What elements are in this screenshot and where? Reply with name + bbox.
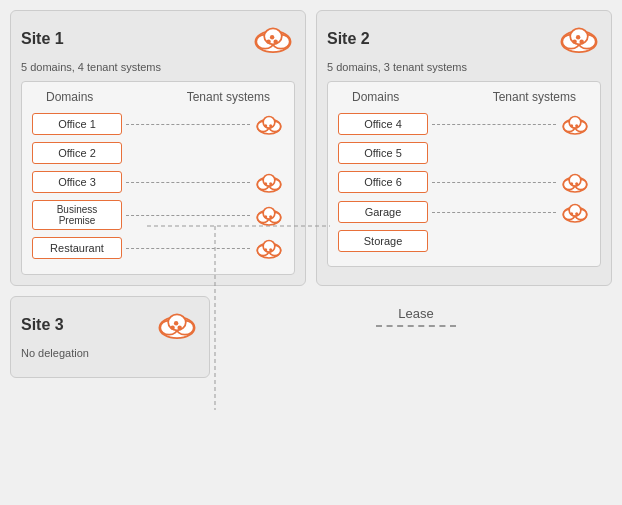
site2-dt-section: Domains Tenant systems Office 4 — [327, 81, 601, 267]
site1-cloud-icon — [251, 21, 295, 57]
line-office6 — [432, 182, 556, 183]
line-office4 — [432, 124, 556, 125]
domain-row-office4: Office 4 — [338, 112, 590, 136]
site2-cloud-icon — [557, 21, 601, 57]
domain-office4: Office 4 — [338, 113, 428, 135]
domain-row-storage: Storage — [338, 230, 590, 252]
tenant-cloud-office6 — [560, 170, 590, 194]
domain-row-office2: Office 2 — [32, 142, 284, 164]
svg-point-14 — [269, 124, 272, 127]
line-restaurant — [126, 248, 250, 249]
site3-cloud-icon — [155, 307, 199, 343]
site1-title: Site 1 — [21, 30, 64, 48]
tenant-cloud-office1 — [254, 112, 284, 136]
domain-row-restaurant: Restaurant — [32, 236, 284, 260]
tenant-cloud-business — [254, 203, 284, 227]
domain-garage: Garage — [338, 201, 428, 223]
site1-box: Site 1 5 domains, 4 tenant systems Domai… — [10, 10, 306, 286]
tenant-cloud-office3 — [254, 170, 284, 194]
domain-office6: Office 6 — [338, 171, 428, 193]
svg-point-6 — [266, 39, 270, 43]
site3-box: Site 3 No delegation — [10, 296, 210, 378]
site2-tenant-label: Tenant systems — [493, 90, 576, 104]
site3-title: Site 3 — [21, 316, 64, 334]
svg-point-19 — [264, 182, 267, 185]
site1-domains-label: Domains — [46, 90, 93, 104]
svg-point-51 — [575, 182, 578, 185]
svg-point-62 — [170, 325, 174, 329]
tenant-cloud-garage — [560, 200, 590, 224]
svg-point-7 — [273, 39, 277, 43]
site1-tenant-label: Tenant systems — [187, 90, 270, 104]
svg-point-13 — [264, 124, 267, 127]
svg-point-20 — [269, 182, 272, 185]
domain-restaurant: Restaurant — [32, 237, 122, 259]
site2-subtitle: 5 domains, 3 tenant systems — [327, 61, 601, 73]
domain-business: Business Premise — [32, 200, 122, 230]
domain-row-business: Business Premise — [32, 200, 284, 230]
domain-row-office3: Office 3 — [32, 170, 284, 194]
domain-row-office6: Office 6 — [338, 170, 590, 194]
domain-office1: Office 1 — [32, 113, 122, 135]
domain-row-office1: Office 1 — [32, 112, 284, 136]
site2-box: Site 2 5 domains, 3 tenant systems Domai… — [316, 10, 612, 286]
domain-row-garage: Garage — [338, 200, 590, 224]
line-garage — [432, 212, 556, 213]
lease-box: Lease — [220, 296, 612, 337]
domain-row-office5: Office 5 — [338, 142, 590, 164]
svg-point-50 — [570, 182, 573, 185]
lease-label: Lease — [398, 306, 433, 321]
svg-point-32 — [269, 248, 272, 251]
svg-point-63 — [177, 325, 181, 329]
site1-dt-section: Domains Tenant systems Office 1 — [21, 81, 295, 275]
svg-point-64 — [174, 321, 178, 325]
svg-point-56 — [570, 212, 573, 215]
svg-point-37 — [572, 39, 576, 43]
svg-point-8 — [270, 35, 274, 39]
domain-office5: Office 5 — [338, 142, 428, 164]
line-office3 — [126, 182, 250, 183]
svg-point-57 — [575, 212, 578, 215]
svg-point-26 — [269, 215, 272, 218]
domain-office2: Office 2 — [32, 142, 122, 164]
svg-point-38 — [579, 39, 583, 43]
site3-subtitle: No delegation — [21, 347, 199, 359]
svg-point-39 — [576, 35, 580, 39]
tenant-cloud-office4 — [560, 112, 590, 136]
site1-subtitle: 5 domains, 4 tenant systems — [21, 61, 295, 73]
domain-office3: Office 3 — [32, 171, 122, 193]
line-business — [126, 215, 250, 216]
tenant-cloud-restaurant — [254, 236, 284, 260]
svg-point-25 — [264, 215, 267, 218]
svg-point-31 — [264, 248, 267, 251]
lease-line — [376, 325, 456, 327]
domain-storage: Storage — [338, 230, 428, 252]
svg-point-44 — [570, 124, 573, 127]
line-office1 — [126, 124, 250, 125]
site2-domains-label: Domains — [352, 90, 399, 104]
svg-point-45 — [575, 124, 578, 127]
site2-title: Site 2 — [327, 30, 370, 48]
